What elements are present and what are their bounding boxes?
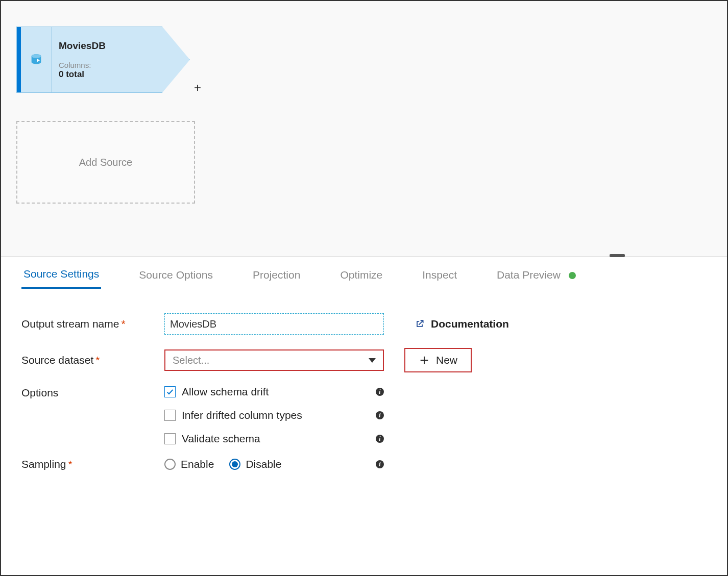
database-source-icon (29, 53, 43, 67)
source-node-moviesdb[interactable]: MoviesDB Columns: 0 total (16, 27, 190, 93)
documentation-link[interactable]: Documentation (415, 318, 509, 330)
tab-projection[interactable]: Projection (251, 265, 302, 288)
add-source-button[interactable]: Add Source (16, 121, 195, 204)
sampling-disable-radio[interactable]: Disable (229, 458, 281, 470)
allow-schema-drift-label: Allow schema drift (182, 386, 269, 398)
infer-drifted-checkbox[interactable] (164, 410, 176, 421)
node-icon-column (21, 27, 52, 92)
node-columns-label: Columns: (59, 61, 182, 69)
documentation-label: Documentation (431, 318, 509, 330)
tab-source-options[interactable]: Source Options (137, 265, 215, 288)
info-icon[interactable]: i (376, 388, 384, 396)
sampling-enable-label: Enable (181, 458, 214, 470)
node-accent-bar (17, 27, 21, 92)
add-transformation-plus-icon[interactable]: + (194, 81, 201, 95)
tab-optimize[interactable]: Optimize (338, 265, 384, 288)
tab-data-preview-label: Data Preview (497, 269, 561, 281)
status-dot-icon (569, 272, 576, 279)
radio-unchecked-icon (164, 459, 176, 470)
sampling-enable-radio[interactable]: Enable (164, 458, 214, 470)
source-settings-panel: Output stream name* Documentation Source… (1, 289, 727, 508)
validate-schema-checkbox[interactable] (164, 433, 176, 444)
output-stream-name-input[interactable] (164, 313, 384, 335)
allow-schema-drift-checkbox[interactable] (164, 386, 176, 397)
tab-data-preview[interactable]: Data Preview (495, 265, 578, 288)
required-asterisk: * (121, 318, 125, 330)
chevron-down-icon (369, 358, 376, 363)
info-icon[interactable]: i (376, 460, 384, 468)
sampling-disable-label: Disable (246, 458, 281, 470)
tab-source-settings[interactable]: Source Settings (21, 264, 101, 289)
options-label: Options (21, 386, 164, 399)
settings-tabs: Source Settings Source Options Projectio… (1, 256, 727, 289)
info-icon[interactable]: i (376, 411, 384, 419)
source-dataset-text: Source dataset (21, 354, 93, 366)
source-dataset-placeholder: Select... (173, 355, 209, 366)
radio-checked-icon (229, 459, 240, 470)
tab-inspect[interactable]: Inspect (420, 265, 459, 288)
infer-drifted-label: Infer drifted column types (182, 409, 302, 421)
check-icon (166, 388, 174, 396)
info-icon[interactable]: i (376, 435, 384, 443)
add-source-label: Add Source (79, 157, 133, 168)
required-asterisk: * (95, 354, 100, 366)
source-dataset-label: Source dataset* (21, 354, 164, 366)
dataflow-canvas: MoviesDB Columns: 0 total + Add Source (1, 1, 727, 256)
node-columns-count: 0 total (59, 69, 182, 80)
sampling-text: Sampling (21, 458, 66, 470)
sampling-label: Sampling* (21, 458, 164, 470)
new-dataset-button[interactable]: New (404, 348, 472, 372)
plus-icon (419, 355, 430, 366)
required-asterisk: * (68, 458, 72, 470)
panel-resize-handle[interactable] (610, 254, 625, 257)
validate-schema-label: Validate schema (182, 433, 260, 445)
svg-point-1 (31, 54, 41, 58)
external-link-icon (415, 319, 425, 329)
node-title: MoviesDB (59, 40, 182, 52)
new-button-label: New (436, 354, 457, 366)
output-stream-name-label: Output stream name* (21, 318, 164, 330)
source-dataset-select[interactable]: Select... (164, 349, 384, 371)
output-stream-name-text: Output stream name (21, 318, 119, 330)
